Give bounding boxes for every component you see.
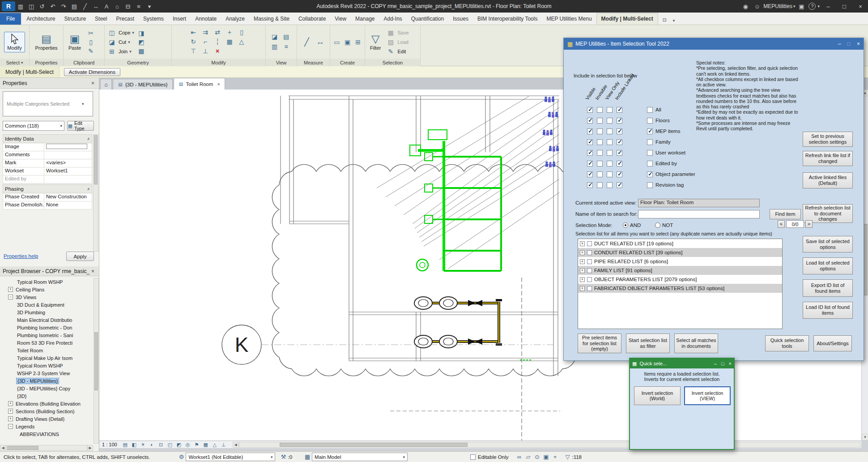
canvas-scroll-left-icon[interactable]: ◀ (233, 442, 239, 448)
scale-button[interactable]: 1 : 100 (102, 442, 117, 447)
include-linked-checkbox[interactable] (617, 171, 622, 177)
editing-requests-icon[interactable]: ⚒ (279, 453, 288, 460)
measure-icon[interactable]: ╱ (80, 1, 90, 11)
view-only-checkbox[interactable] (607, 128, 613, 134)
tree-item[interactable]: Plumbing Isometric - Sani (1, 331, 93, 339)
scroll-right-icon[interactable]: ▶ (87, 445, 93, 451)
tab-mep-utilities-menu[interactable]: MEP Utilities Menu (542, 13, 596, 25)
view-tab-3d-meputilities[interactable]: ▤{3D - MEPUtilities} (113, 79, 173, 90)
tree-item[interactable]: Toilet Room (1, 346, 93, 354)
category-mep-items[interactable]: MEP items (647, 126, 695, 137)
scale-icon[interactable]: △ (237, 37, 247, 46)
tab-steel[interactable]: Steel (90, 13, 111, 25)
detail-level-icon[interactable]: ▤ (121, 441, 130, 448)
worksets-icon[interactable]: ⚙ (177, 453, 186, 460)
expand-icon[interactable]: + (8, 416, 13, 421)
list-item-duct[interactable]: +DUCT RELATED LIST [19 options] (578, 239, 782, 248)
list-item-pipe[interactable]: +PIPE RELATED LIST [6 options] (578, 257, 782, 266)
modify-button[interactable]: Modify (4, 32, 25, 52)
mep-dialog-titlebar[interactable]: ▦ MEP Utilities - Item Selection Tool 20… (564, 38, 864, 50)
tree-item[interactable]: 3D Plumbing (1, 308, 93, 316)
tree-item-selected[interactable]: {3D - MEPUtilities} (1, 377, 93, 385)
design-option-dropdown[interactable]: Main Model▾ (312, 453, 408, 461)
project-browser-hscrollbar[interactable]: ◀ ▶ (0, 445, 93, 451)
tab-quantification[interactable]: Quantification (407, 13, 448, 25)
collapse-icon[interactable]: − (8, 424, 13, 429)
invisible-checkbox[interactable] (597, 171, 603, 177)
view-only-checkbox[interactable] (607, 171, 613, 177)
create-parts-icon[interactable]: ▭ (332, 38, 341, 47)
quick-selection-tools-button[interactable]: Quick selection tools (765, 335, 809, 351)
customize-qat-icon[interactable]: ▾ (144, 1, 155, 11)
mode-and-radio[interactable]: AND (623, 222, 641, 228)
mirror-icon[interactable]: ⇄ (213, 28, 222, 37)
measure-between-icon[interactable]: ╱ (302, 38, 312, 47)
expand-icon[interactable]: + (580, 277, 585, 282)
invert-selection-view-button[interactable]: Invert selection (VIEW) (684, 386, 731, 405)
help-icon[interactable]: ? (808, 3, 816, 10)
create-similar-icon[interactable]: ⊞ (353, 38, 362, 47)
tab-systems[interactable]: Systems (139, 13, 168, 25)
active-linked-files-button[interactable]: Active linked files (Default) (803, 172, 853, 188)
visible-checkbox[interactable] (587, 171, 593, 177)
view-only-checkbox[interactable] (607, 150, 613, 156)
comments-value[interactable] (44, 151, 92, 159)
scroll-down-icon[interactable]: ▼ (862, 434, 868, 441)
cope-button[interactable]: ◫Cope▾ (107, 28, 134, 37)
list-item-object-parameters[interactable]: +OBJECT PARAMETERS LIST [2079 options] (578, 275, 782, 284)
tree-item[interactable]: Typical Room WSHP (1, 362, 93, 369)
category-revision-tag[interactable]: Revision tag (647, 180, 695, 190)
default-3d-view-icon[interactable]: ⌂ (112, 1, 123, 11)
save-icon[interactable]: ◫ (26, 1, 37, 11)
align-icon[interactable]: ⇤ (188, 28, 198, 37)
tree-item[interactable]: {3D} (1, 392, 93, 400)
scroll-left-icon[interactable]: ◀ (0, 445, 6, 451)
tree-item[interactable]: WSHP 2-3 System View (1, 369, 93, 377)
view-only-checkbox[interactable] (607, 161, 613, 167)
canvas-hscrollbar[interactable] (239, 442, 860, 448)
visible-checkbox[interactable] (587, 161, 593, 167)
design-options-icon[interactable]: ▦ (303, 453, 312, 460)
visible-checkbox[interactable] (587, 139, 593, 145)
panel-label-select[interactable]: Select▾ (0, 59, 29, 66)
redo-icon[interactable]: ↷ (58, 1, 69, 11)
invert-selection-world-button[interactable]: Invert selection (World) (634, 386, 681, 405)
include-linked-checkbox[interactable] (617, 182, 622, 188)
list-item-fabricated[interactable]: +FABRICATED OBJECT PARAMETERS LIST [53 o… (578, 284, 782, 293)
nav-prev-button[interactable]: < (778, 220, 785, 228)
edit-selection-button[interactable]: ✎Edit (386, 47, 408, 56)
properties-close-icon[interactable]: × (89, 80, 96, 86)
tab-structure[interactable]: Structure (60, 13, 90, 25)
mode-not-radio[interactable]: NOT (655, 222, 673, 228)
load-id-list-button[interactable]: Load ID list of found items (803, 302, 853, 319)
tab-view[interactable]: View (330, 13, 351, 25)
selection-listbox[interactable]: +DUCT RELATED LIST [19 options] +CONDUIT… (578, 239, 783, 329)
aligned-dimension-icon[interactable]: ↔ (90, 1, 101, 11)
cut-profile-icon[interactable]: ◪ (270, 32, 280, 41)
select-links-icon[interactable]: ∞ (515, 453, 523, 460)
category-edited-by[interactable]: Edited by (647, 158, 695, 169)
constraints-icon[interactable]: ⊥ (219, 441, 228, 448)
phase-demolished-value[interactable]: None (44, 201, 92, 209)
category-all[interactable]: All (647, 104, 695, 115)
collapse-section-icon[interactable]: ∧ (87, 137, 90, 141)
unpin-icon[interactable]: ⊥ (200, 47, 210, 56)
invisible-checkbox[interactable] (597, 139, 603, 145)
search-input[interactable] (638, 210, 760, 218)
tab-modify-multi-select[interactable]: Modify | Multi-Select (596, 13, 658, 25)
load-list-button[interactable]: Load list of selected options (803, 257, 853, 274)
thin-lines-icon[interactable]: ≡ (133, 1, 144, 11)
identity-data-section[interactable]: Identity Data ∧ (3, 134, 92, 143)
walls[interactable] (281, 96, 560, 411)
properties-filter-dropdown[interactable]: Common (118) ▾ (3, 121, 64, 131)
analytical-model-icon[interactable]: △ (210, 441, 219, 448)
array-icon[interactable]: ▦ (225, 37, 234, 46)
filter-button[interactable]: ▽ Filter (367, 32, 383, 52)
collapse-icon[interactable]: − (8, 295, 13, 299)
quick-dialog-titlebar[interactable]: ▦ Quick sele... – □ × (630, 359, 734, 368)
project-browser-vscrollbar[interactable] (94, 278, 99, 444)
sun-path-icon[interactable]: ☀ (139, 441, 148, 448)
view-only-checkbox[interactable] (607, 182, 613, 188)
refresh-link-list-button[interactable]: Refresh link file list if changed (803, 151, 853, 166)
worksharing-display-icon[interactable]: ⚑ (192, 441, 201, 448)
